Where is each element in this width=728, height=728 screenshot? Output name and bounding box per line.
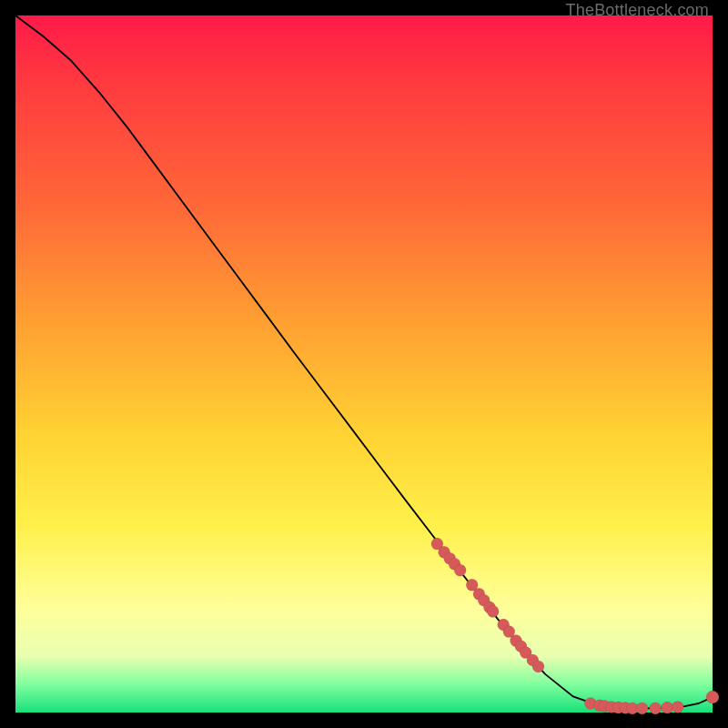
curve-marker [706,691,719,703]
curve-marker [636,703,648,714]
chart-svg [15,15,713,713]
curve-marker [532,661,544,672]
curve-markers [431,538,719,714]
chart-frame: TheBottleneck.com [15,15,713,713]
curve-marker [672,701,683,713]
bottleneck-curve [15,15,713,708]
curve-marker [650,703,662,714]
curve-marker [487,605,499,617]
curve-marker [454,564,466,576]
curve-marker [662,702,673,713]
